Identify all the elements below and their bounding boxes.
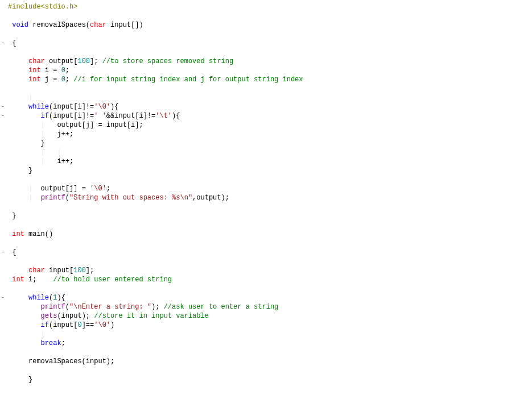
- fold-gutter[interactable]: -: [0, 248, 6, 257]
- code-line-content: [6, 175, 532, 184]
- code-line-content: char output[100]; //to store spaces remo…: [6, 57, 532, 66]
- fold-gutter: [0, 175, 6, 184]
- code-line-content: [6, 11, 532, 20]
- code-line: [0, 384, 532, 393]
- code-line: [0, 175, 532, 184]
- code-line: | i++;: [0, 157, 532, 166]
- fold-gutter[interactable]: -: [0, 102, 6, 111]
- code-line: |: [0, 93, 532, 102]
- fold-gutter: [0, 302, 6, 311]
- fold-gutter: [0, 93, 6, 102]
- code-line: | printf("String with out spaces: %s\n",…: [0, 193, 532, 202]
- code-line-content: [6, 84, 532, 93]
- code-line-content: printf("\nEnter a string: "); //ask user…: [6, 302, 532, 311]
- code-line: [0, 284, 532, 293]
- code-line: [0, 84, 532, 93]
- fold-gutter[interactable]: -: [0, 293, 6, 302]
- fold-gutter: [0, 239, 6, 248]
- code-line: [0, 239, 532, 248]
- code-line: int i; //to hold user entered string: [0, 275, 532, 284]
- code-line-content: break;: [6, 339, 532, 348]
- code-line: int j = 0; //i for input string index an…: [0, 75, 532, 84]
- fold-gutter: [0, 66, 6, 75]
- fold-gutter: [0, 193, 6, 202]
- code-line-content: [6, 284, 532, 293]
- fold-gutter: [0, 348, 6, 357]
- code-line-content: int j = 0; //i for input string index an…: [6, 75, 532, 84]
- code-line-content: [6, 348, 532, 357]
- fold-gutter: [0, 211, 6, 221]
- code-line: [0, 221, 532, 230]
- code-line-content: }: [6, 166, 532, 175]
- code-line: | output[j] = input[i];: [0, 120, 532, 130]
- code-line: | j++;: [0, 130, 532, 139]
- fold-gutter: [0, 366, 6, 375]
- code-line: [0, 202, 532, 211]
- code-line: | |: [0, 148, 532, 157]
- fold-gutter: [0, 75, 6, 84]
- code-line: int main(): [0, 230, 532, 239]
- fold-gutter: [0, 184, 6, 193]
- fold-gutter: [0, 330, 6, 339]
- code-line: [0, 348, 532, 357]
- code-line: removalSpaces(input);: [0, 357, 532, 366]
- code-line-content: [6, 257, 532, 266]
- code-line-content: while(1){: [6, 293, 532, 302]
- fold-gutter[interactable]: -: [0, 111, 6, 120]
- code-line: printf("\nEnter a string: "); //ask user…: [0, 302, 532, 311]
- code-line: void removalSpaces(char input[]): [0, 20, 532, 30]
- fold-gutter: [0, 375, 6, 384]
- code-line-content: #include<stdio.h>: [6, 2, 532, 11]
- fold-gutter: [0, 266, 6, 275]
- fold-gutter: [0, 30, 6, 39]
- fold-gutter: [0, 384, 6, 393]
- code-line-content: }: [6, 211, 532, 221]
- code-editor: #include<stdio.h> void removalSpaces(cha…: [0, 2, 532, 395]
- fold-gutter: [0, 11, 6, 20]
- code-line-content: [6, 30, 532, 39]
- fold-gutter: [0, 148, 6, 157]
- code-line: if(input[0]=='\0'): [0, 321, 532, 330]
- fold-gutter: [0, 130, 6, 139]
- fold-gutter: [0, 321, 6, 330]
- code-line: }: [0, 139, 532, 148]
- code-line: char input[100];: [0, 266, 532, 275]
- code-line: }: [0, 211, 532, 221]
- code-line: - while(input[i]!='\0'){: [0, 102, 532, 111]
- code-line-content: if(input[i]!=' '&&input[i]!='\t'){: [6, 111, 532, 120]
- code-line-content: {: [6, 248, 532, 257]
- code-line: |: [0, 330, 532, 339]
- code-line-content: int i; //to hold user entered string: [6, 275, 532, 284]
- code-line-content: int main(): [6, 230, 532, 239]
- code-line-content: }: [6, 375, 532, 384]
- code-line: [0, 366, 532, 375]
- code-line: | output[j] = '\0';: [0, 184, 532, 193]
- code-line-content: [6, 384, 532, 393]
- code-line: break;: [0, 339, 532, 348]
- fold-gutter: [0, 157, 6, 166]
- code-line-content: |: [6, 93, 532, 102]
- fold-gutter: [0, 221, 6, 230]
- fold-gutter: [0, 275, 6, 284]
- fold-gutter: [0, 2, 6, 11]
- code-line-content: [6, 221, 532, 230]
- code-line-content: }: [6, 139, 532, 148]
- code-line: - if(input[i]!=' '&&input[i]!='\t'){: [0, 111, 532, 120]
- fold-gutter: [0, 84, 6, 93]
- code-line-content: [6, 239, 532, 248]
- fold-gutter: [0, 57, 6, 66]
- code-line: - {: [0, 248, 532, 257]
- code-line-content: | i++;: [6, 157, 532, 166]
- code-line-content: | output[j] = '\0';: [6, 184, 532, 193]
- fold-gutter: [0, 202, 6, 211]
- fold-gutter: [0, 230, 6, 239]
- code-line-content: {: [6, 39, 532, 48]
- fold-gutter: [0, 257, 6, 266]
- fold-gutter: [0, 339, 6, 348]
- code-line-content: [6, 202, 532, 211]
- code-line: [0, 257, 532, 266]
- fold-gutter: [0, 139, 6, 148]
- fold-gutter[interactable]: -: [0, 39, 6, 48]
- code-line-content: void removalSpaces(char input[]): [6, 20, 532, 30]
- code-line: - while(1){: [0, 293, 532, 302]
